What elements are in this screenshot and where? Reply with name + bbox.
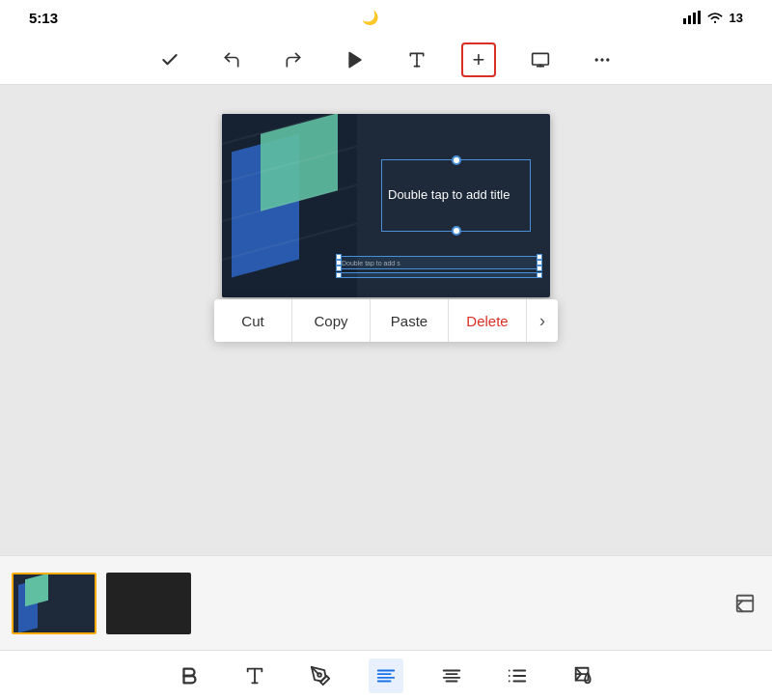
handle-br[interactable] — [537, 266, 542, 271]
svg-rect-1 — [688, 15, 691, 24]
delete-button[interactable]: Delete — [449, 299, 527, 342]
title-handle-bottom[interactable] — [452, 226, 461, 236]
copy-button[interactable]: Copy — [292, 299, 371, 342]
main-content: Double tap to add title Double tap to ad… — [0, 85, 772, 700]
canvas-area: Double tap to add title Double tap to ad… — [0, 85, 772, 555]
handle-mid-r[interactable] — [537, 260, 542, 266]
status-time: 5:13 — [29, 10, 58, 26]
svg-rect-0 — [683, 18, 686, 24]
play-button[interactable] — [338, 42, 372, 77]
align-center-button[interactable] — [434, 658, 469, 693]
more-label: › — [539, 311, 545, 331]
expand-icon — [734, 593, 756, 614]
check-button[interactable] — [152, 42, 187, 77]
undo-button[interactable] — [214, 42, 249, 77]
list-button[interactable] — [500, 658, 535, 693]
top-toolbar: + — [0, 35, 772, 85]
subtitle-textbox[interactable]: Double tap to add s — [338, 256, 540, 269]
cut-label: Cut — [241, 313, 263, 329]
handle-bl[interactable] — [336, 266, 342, 271]
copy-label: Copy — [314, 313, 347, 329]
title-handle-top[interactable] — [452, 155, 461, 165]
svg-rect-2 — [693, 13, 696, 24]
paste-button[interactable]: Paste — [371, 299, 449, 342]
svg-marker-4 — [349, 52, 361, 67]
svg-point-10 — [595, 58, 598, 61]
slide-thumb-2-inner — [106, 573, 191, 634]
status-bar: 5:13 🌙 13 — [0, 0, 772, 35]
slide-subtitle-text: Double tap to add s — [339, 260, 400, 266]
add-button[interactable]: + — [461, 42, 496, 77]
handle-line2-r[interactable] — [537, 272, 542, 278]
bold-button[interactable] — [172, 658, 207, 693]
slide-container[interactable]: Double tap to add title Double tap to ad… — [222, 114, 550, 297]
subtitle-container: Double tap to add s — [338, 256, 540, 278]
subtitle-line-2 — [338, 272, 540, 278]
more-options-button[interactable]: › — [527, 299, 558, 342]
handle-line2-l[interactable] — [336, 272, 342, 278]
align-left-button[interactable] — [369, 658, 403, 693]
moon-icon: 🌙 — [362, 10, 378, 25]
slides-expand-button[interactable] — [730, 588, 760, 619]
slide-thumb-1-inner — [14, 574, 95, 632]
redo-button[interactable] — [276, 42, 311, 77]
thumb-1-teal — [25, 574, 48, 606]
svg-point-11 — [600, 58, 603, 61]
handle-mid-l[interactable] — [336, 260, 342, 266]
status-icons: 13 — [683, 11, 743, 25]
paint-button[interactable] — [565, 658, 600, 693]
highlight-button[interactable] — [303, 658, 338, 693]
slide-title-text: Double tap to add title — [388, 186, 510, 204]
svg-rect-7 — [533, 53, 549, 65]
svg-point-17 — [317, 673, 321, 677]
app-container: 5:13 🌙 13 — [0, 0, 772, 700]
slide-thumb-2[interactable]: 2 — [106, 573, 191, 634]
delete-label: Delete — [466, 313, 508, 329]
paste-label: Paste — [391, 313, 427, 329]
font-button[interactable] — [237, 658, 272, 693]
battery-level: 13 — [730, 11, 743, 25]
title-textbox[interactable]: Double tap to add title — [381, 159, 531, 232]
slides-button[interactable] — [523, 42, 558, 77]
format-toolbar — [0, 650, 772, 700]
add-icon: + — [473, 49, 485, 70]
cut-button[interactable]: Cut — [214, 299, 292, 342]
svg-point-12 — [606, 58, 609, 61]
svg-rect-3 — [698, 11, 701, 24]
more-button[interactable] — [585, 42, 620, 77]
signal-icon — [683, 11, 701, 24]
slide-main[interactable]: Double tap to add title Double tap to ad… — [222, 114, 550, 297]
slide-thumb-1[interactable]: 1 — [12, 573, 96, 634]
wifi-icon — [706, 11, 724, 24]
slides-panel: 1 2 — [0, 555, 772, 650]
context-menu: Cut Copy Paste Delete › — [214, 299, 558, 342]
text-button[interactable] — [400, 42, 434, 77]
